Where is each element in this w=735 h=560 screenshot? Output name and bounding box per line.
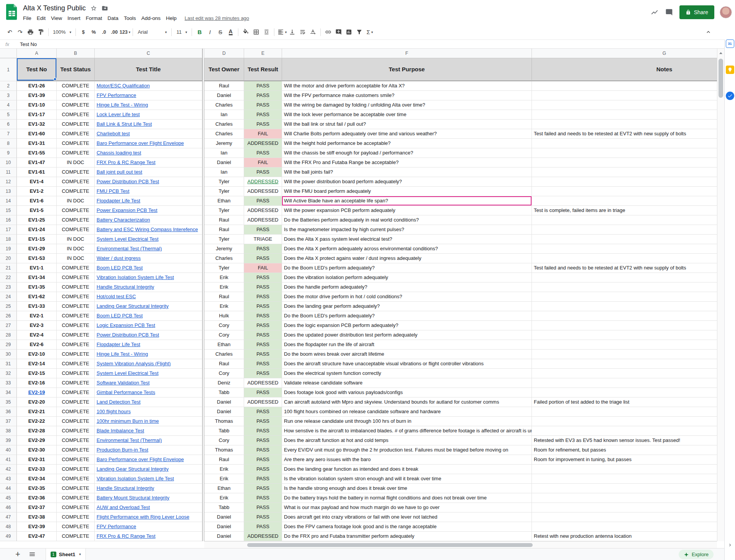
cell-notes[interactable]: [532, 503, 717, 512]
cell-test-result[interactable]: PASS: [244, 512, 282, 522]
cell-notes[interactable]: [532, 177, 717, 187]
text-color-button[interactable]: A: [225, 27, 236, 37]
insert-comment-button[interactable]: [333, 27, 344, 37]
cell-test-no[interactable]: EV2-29: [17, 436, 57, 445]
cell-test-purpose[interactable]: Will Active Blade have an acceptable lif…: [282, 196, 532, 206]
cell-notes[interactable]: [532, 330, 717, 340]
cell-test-title[interactable]: System Vibration Analysis (Flight): [95, 359, 202, 369]
cell-test-title[interactable]: Power Distribution PCB Test: [95, 177, 202, 187]
cell-test-owner[interactable]: Deniz: [204, 378, 244, 388]
cell-notes[interactable]: Retested with EV3 as EV5 had known senso…: [532, 436, 717, 445]
cell-test-result[interactable]: PASS: [244, 292, 282, 302]
add-sheet-button[interactable]: +: [15, 550, 20, 558]
keep-icon[interactable]: [726, 66, 734, 74]
menu-help[interactable]: Help: [163, 15, 179, 22]
cell-test-owner[interactable]: Thomas: [204, 417, 244, 426]
font-size-select[interactable]: 11▾: [174, 27, 189, 37]
cell-test-no[interactable]: EV1-53: [17, 254, 57, 263]
row-number[interactable]: 33: [0, 378, 17, 388]
cell-test-purpose[interactable]: Run one release candidate unit through 1…: [282, 417, 532, 426]
cell-test-owner[interactable]: Cory: [204, 321, 244, 330]
cell-test-no[interactable]: EV2-3: [17, 321, 57, 330]
zoom-select[interactable]: 100%▾: [51, 27, 73, 37]
row-number[interactable]: 41: [0, 455, 17, 465]
cell-test-result[interactable]: PASS: [244, 455, 282, 465]
cell-test-result[interactable]: ADDRESSED: [244, 206, 282, 215]
cell-test-purpose[interactable]: Will the wiring be damaged by folding / …: [282, 100, 532, 110]
row-number[interactable]: 44: [0, 484, 17, 493]
cell-test-owner[interactable]: Ethan: [204, 196, 244, 206]
cell-test-no[interactable]: EV2-39: [17, 522, 57, 532]
cell-test-status[interactable]: COMPLETE: [57, 436, 95, 445]
cell-test-no[interactable]: EV1-2: [17, 187, 57, 196]
cell-test-result[interactable]: ADDRESSED: [244, 532, 282, 541]
cell-test-owner[interactable]: Daniel: [204, 91, 244, 100]
cell-notes[interactable]: [532, 340, 717, 350]
cell-test-title[interactable]: Hot/cold test ESC: [95, 292, 202, 302]
menu-edit[interactable]: Edit: [34, 15, 48, 22]
cell-notes[interactable]: Room for refinement, but passes: [532, 445, 717, 455]
cell-test-owner[interactable]: Raul: [204, 292, 244, 302]
cell-test-status[interactable]: COMPLETE: [57, 407, 95, 417]
cell-test-title[interactable]: Charliebolt test: [95, 129, 202, 139]
cell-test-no[interactable]: EV2-37: [17, 503, 57, 512]
fill-handle[interactable]: [54, 78, 56, 80]
format-percent-button[interactable]: %: [89, 27, 99, 37]
cell-test-purpose[interactable]: Does the aircraft structure have unaccep…: [282, 359, 532, 369]
number-format-button[interactable]: 123▾: [120, 27, 130, 37]
cell-test-owner[interactable]: Ian: [204, 110, 244, 120]
cell-test-result[interactable]: PASS: [244, 110, 282, 120]
row-number[interactable]: 1: [0, 58, 17, 81]
row-number[interactable]: 7: [0, 129, 17, 139]
sheets-logo[interactable]: [6, 4, 18, 21]
cell-test-status[interactable]: COMPLETE: [57, 445, 95, 455]
cell-test-title[interactable]: FMU PCB Test: [95, 187, 202, 196]
cell-test-status[interactable]: COMPLETE: [57, 493, 95, 503]
merge-cells-button[interactable]: [261, 27, 272, 37]
cell-notes[interactable]: [532, 273, 717, 282]
cell-test-no[interactable]: EV2-31: [17, 455, 57, 465]
cell-test-title[interactable]: Lock Lever Life test: [95, 110, 202, 120]
cell-test-title[interactable]: FRX Pro & RC Range Test: [95, 532, 202, 541]
cell-notes[interactable]: [532, 426, 717, 436]
cell-test-purpose[interactable]: Does the handle perform adequately?: [282, 282, 532, 292]
cell-test-result[interactable]: ADDRESSED: [244, 187, 282, 196]
cell-test-owner[interactable]: Daniel: [204, 158, 244, 168]
cell-test-no[interactable]: EV1-31: [17, 139, 57, 148]
cell-notes[interactable]: Retest with new production antenna locat…: [532, 532, 717, 541]
cell-test-owner[interactable]: Jeremy: [204, 244, 244, 254]
cell-test-purpose[interactable]: Will Charlie Bolts perform adequately ov…: [282, 129, 532, 139]
cell-test-no[interactable]: EV1-17: [17, 110, 57, 120]
cell-test-owner[interactable]: Daniel: [204, 512, 244, 522]
row-number[interactable]: 38: [0, 426, 17, 436]
row-number[interactable]: 47: [0, 512, 17, 522]
cell-notes[interactable]: [532, 168, 717, 177]
cell-test-owner-header[interactable]: Test Owner: [204, 58, 244, 81]
cell-test-title[interactable]: Battery Characterization: [95, 215, 202, 225]
cell-notes[interactable]: [532, 244, 717, 254]
cell-test-purpose[interactable]: Can aircraft autoland with Mpro and skyv…: [282, 397, 532, 407]
cell-test-result[interactable]: PASS: [244, 311, 282, 321]
cell-test-no[interactable]: EV2-6: [17, 340, 57, 350]
cell-test-title[interactable]: Battery and ESC Wiring Compass Interefen…: [95, 225, 202, 235]
cell-test-result[interactable]: ADDRESSED: [244, 177, 282, 187]
cell-test-status[interactable]: COMPLETE: [57, 340, 95, 350]
cell-test-owner[interactable]: Raul: [204, 455, 244, 465]
cell-test-purpose[interactable]: Do the Boom LED's perform adequately?: [282, 263, 532, 273]
cell-notes[interactable]: [532, 350, 717, 359]
column-header-f[interactable]: F: [282, 49, 532, 58]
cell-test-title[interactable]: FPV Performance: [95, 522, 202, 532]
cell-test-no[interactable]: EV1-33: [17, 302, 57, 311]
cell-test-status[interactable]: COMPLETE: [57, 426, 95, 436]
menu-file[interactable]: File: [20, 15, 34, 22]
cell-test-no[interactable]: EV2-38: [17, 512, 57, 522]
cell-test-owner[interactable]: Tyler: [204, 177, 244, 187]
cell-test-purpose[interactable]: 100 flight hours combined on release can…: [282, 407, 532, 417]
cell-test-owner[interactable]: Tyler: [204, 263, 244, 273]
bold-button[interactable]: B: [194, 27, 205, 37]
cell-test-result[interactable]: PASS: [244, 330, 282, 340]
cell-notes[interactable]: [532, 196, 717, 206]
cell-test-status[interactable]: COMPLETE: [57, 282, 95, 292]
explore-button[interactable]: Explore: [679, 550, 714, 559]
cell-notes[interactable]: Test is complete, failed items are in tr…: [532, 206, 717, 215]
